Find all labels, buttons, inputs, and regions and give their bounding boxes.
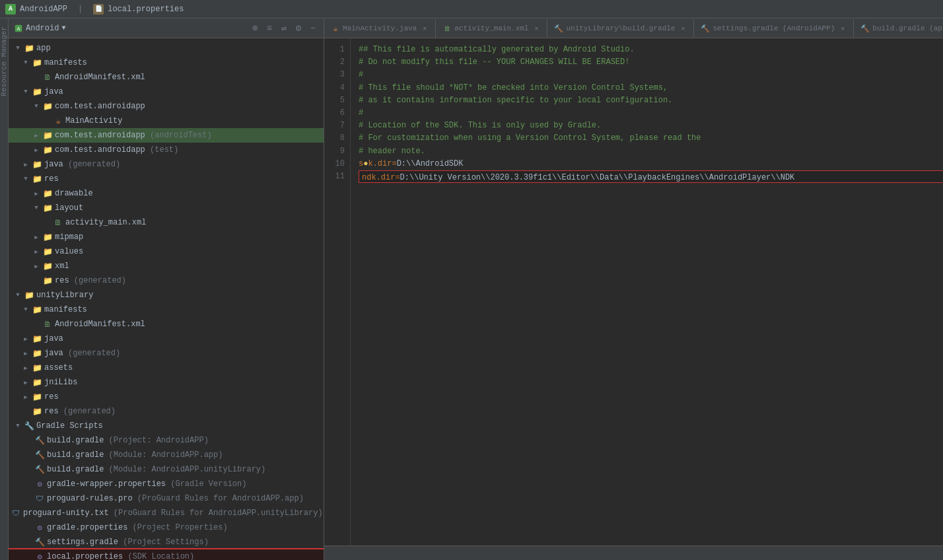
code-line-8: # For customization when using a Version… bbox=[359, 132, 943, 145]
item-label: Gradle Scripts bbox=[36, 421, 103, 431]
tree-item-activity-main-xml[interactable]: 🗎 activity_main.xml bbox=[9, 215, 324, 230]
code-line-11: ndk.dir=D:\\Unity Version\\2020.3.39f1c1… bbox=[359, 170, 943, 183]
folder-icon: 📁 bbox=[42, 145, 53, 155]
tree-item-build-gradle-unity[interactable]: 🔨 build.gradle (Module: AndroidAPP.unity… bbox=[9, 462, 324, 477]
gradle-props-icon: ⚙ bbox=[34, 522, 45, 533]
tree-item-manifests-unity[interactable]: ▼ 📁 manifests bbox=[9, 302, 324, 317]
tree-item-gradle-properties[interactable]: ⚙ gradle.properties (Project Properties) bbox=[9, 520, 324, 535]
editor-tabs: ☕ MainActivity.java ✕ 🗎 activity_main.xm… bbox=[324, 18, 943, 38]
gradle-file-icon: 🔨 bbox=[34, 464, 45, 475]
arrow-icon: ▶ bbox=[32, 147, 40, 154]
tree-item-java-generated-unity[interactable]: ▶ 📁 java (generated) bbox=[9, 346, 324, 361]
tree-item-java-app[interactable]: ▼ 📁 java bbox=[9, 85, 324, 99]
tree-item-build-gradle-app[interactable]: 🔨 build.gradle (Module: AndroidAPP.app) bbox=[9, 448, 324, 462]
tree-item-proguard-rules[interactable]: 🛡 proguard-rules.pro (ProGuard Rules for… bbox=[9, 491, 324, 506]
item-label: settings.gradle (Project Settings) bbox=[47, 538, 209, 547]
item-label: res bbox=[44, 392, 59, 402]
tree-item-res-generated-unity[interactable]: 📁 res (generated) bbox=[9, 404, 324, 419]
add-toolbar-icon[interactable]: ⊕ bbox=[250, 23, 260, 34]
item-label: com.test.androidapp (androidTest) bbox=[55, 131, 212, 140]
tree-item-app[interactable]: ▼ 📁 app bbox=[9, 41, 324, 55]
tree-item-res-generated[interactable]: 📁 res (generated) bbox=[9, 273, 324, 288]
tree-item-gradle-scripts[interactable]: ▼ 🔧 Gradle Scripts bbox=[9, 419, 324, 433]
proguard-unity-icon: 🛡 bbox=[11, 508, 21, 518]
item-label: gradle-wrapper.properties (Gradle Versio… bbox=[47, 479, 246, 489]
tree-item-com-test[interactable]: ▼ 📁 com.test.androidapp bbox=[9, 99, 324, 114]
folder-icon: 📁 bbox=[32, 363, 42, 373]
item-label: java (generated) bbox=[44, 160, 120, 169]
tree-item-mipmap[interactable]: ▶ 📁 mipmap bbox=[9, 230, 324, 244]
tree-item-layout[interactable]: ▼ 📁 layout bbox=[9, 201, 324, 215]
tree-item-values[interactable]: ▶ 📁 values bbox=[9, 244, 324, 259]
item-label: local.properties (SDK Location) bbox=[47, 552, 194, 560]
tree-item-androidtest[interactable]: ▶ 📁 com.test.androidapp (androidTest) bbox=[9, 128, 324, 143]
tree-item-test[interactable]: ▶ 📁 com.test.androidapp (test) bbox=[9, 143, 324, 157]
collapse-toolbar-icon[interactable]: ≡ bbox=[264, 23, 275, 34]
tab-close-btn[interactable]: ✕ bbox=[839, 24, 847, 32]
tree-item-mainactivity[interactable]: ☕ MainActivity bbox=[9, 114, 324, 128]
tree-item-assets[interactable]: ▶ 📁 assets bbox=[9, 361, 324, 375]
tree-item-build-gradle-project[interactable]: 🔨 build.gradle (Project: AndroidAPP) bbox=[9, 433, 324, 448]
tree-item-proguard-unity[interactable]: 🛡 proguard-unity.txt (ProGuard Rules for… bbox=[9, 506, 324, 520]
arrow-icon: ▼ bbox=[14, 292, 22, 298]
settings-toolbar-icon[interactable]: ⚙ bbox=[293, 23, 304, 34]
arrow-icon: ▼ bbox=[14, 423, 22, 429]
item-label: manifests bbox=[44, 305, 87, 314]
tree-item-drawable[interactable]: ▶ 📁 drawable bbox=[9, 186, 324, 201]
settings-gradle-icon: 🔨 bbox=[34, 537, 45, 547]
tree-item-gradle-wrapper[interactable]: ⚙ gradle-wrapper.properties (Gradle Vers… bbox=[9, 477, 324, 491]
arrow-icon: ▶ bbox=[22, 335, 30, 343]
tree-item-unity-library[interactable]: ▼ 📁 unityLibrary bbox=[9, 288, 324, 302]
line-num-8: 8 bbox=[324, 132, 345, 145]
sync-toolbar-icon[interactable]: ⇌ bbox=[279, 23, 289, 34]
arrow-icon: ▶ bbox=[22, 350, 30, 357]
tree-item-settings-gradle[interactable]: 🔨 settings.gradle (Project Settings) bbox=[9, 535, 324, 549]
arrow-icon: ▶ bbox=[32, 234, 40, 241]
code-content[interactable]: ## This file is automatically generated … bbox=[351, 38, 943, 545]
tree-item-manifests-app[interactable]: ▼ 📁 manifests bbox=[9, 55, 324, 70]
folder-icon: 📁 bbox=[32, 57, 42, 68]
item-label: drawable bbox=[55, 189, 93, 198]
tab-settings-gradle[interactable]: 🔨 settings.gradle (AndroidAPP) ✕ bbox=[694, 19, 854, 38]
item-label: proguard-rules.pro (ProGuard Rules for A… bbox=[47, 494, 304, 503]
code-line-5: # as it contains information specific to… bbox=[359, 94, 943, 107]
tab-unity-build[interactable]: 🔨 unityLibrary\build.gradle ✕ bbox=[547, 19, 694, 38]
android-dropdown[interactable]: A Android ▼ bbox=[14, 24, 65, 33]
tab-xml-icon: 🗎 bbox=[442, 24, 452, 33]
tab-label: activity_main.xml bbox=[454, 24, 528, 32]
tree-item-androidmanifest-unity[interactable]: 🗎 AndroidManifest.xml bbox=[9, 317, 324, 332]
tab-build-gradle-app[interactable]: 🔨 build.gradle (app) ✕ bbox=[854, 19, 943, 38]
folder-icon: 📁 bbox=[42, 203, 53, 213]
title-bar: A AndroidAPP | 📄 local.properties bbox=[0, 0, 943, 18]
tree-item-xml-res[interactable]: ▶ 📁 xml bbox=[9, 259, 324, 273]
item-label: proguard-unity.txt (ProGuard Rules for A… bbox=[23, 508, 323, 518]
tree-item-java-generated[interactable]: ▶ 📁 java (generated) bbox=[9, 157, 324, 172]
item-label: manifests bbox=[44, 58, 87, 67]
tree-item-local-properties[interactable]: ⚙ local.properties (SDK Location) bbox=[9, 549, 324, 560]
code-line-3: # bbox=[359, 69, 943, 81]
tree-item-java-unity[interactable]: ▶ 📁 java bbox=[9, 332, 324, 346]
minimize-toolbar-icon[interactable]: − bbox=[308, 23, 318, 34]
folder-icon: 📁 bbox=[32, 304, 42, 315]
tab-close-btn[interactable]: ✕ bbox=[679, 24, 687, 32]
tab-close-btn[interactable]: ✕ bbox=[532, 24, 540, 32]
folder-icon: 📁 bbox=[24, 290, 34, 300]
tree-item-androidmanifest-app[interactable]: 🗎 AndroidManifest.xml bbox=[9, 70, 324, 85]
properties-file-icon: ⚙ bbox=[34, 479, 45, 489]
tab-label: unityLibrary\build.gradle bbox=[566, 24, 675, 32]
tree-item-jnilibs[interactable]: ▶ 📁 jniLibs bbox=[9, 375, 324, 390]
tab-close-btn[interactable]: ✕ bbox=[421, 24, 429, 32]
item-label: com.test.androidapp (test) bbox=[55, 145, 178, 155]
gradle-scripts-icon: 🔧 bbox=[24, 421, 34, 431]
tab-gradle3-icon: 🔨 bbox=[860, 24, 870, 33]
tab-gradle2-icon: 🔨 bbox=[701, 24, 710, 33]
tab-mainactivity[interactable]: ☕ MainActivity.java ✕ bbox=[324, 19, 436, 38]
code-area: 1 2 3 4 5 6 7 8 9 10 11 ## This file is … bbox=[324, 38, 943, 545]
item-label: res (generated) bbox=[44, 407, 116, 416]
tab-activity-main[interactable]: 🗎 activity_main.xml ✕ bbox=[436, 19, 547, 38]
arrow-icon: ▼ bbox=[22, 306, 30, 313]
tree-item-res-unity[interactable]: ▶ 📁 res bbox=[9, 390, 324, 404]
tree-item-res-app[interactable]: ▼ 📁 res bbox=[9, 172, 324, 186]
item-label: MainActivity bbox=[65, 116, 122, 125]
resource-strip: Resource Manager bbox=[0, 18, 9, 560]
